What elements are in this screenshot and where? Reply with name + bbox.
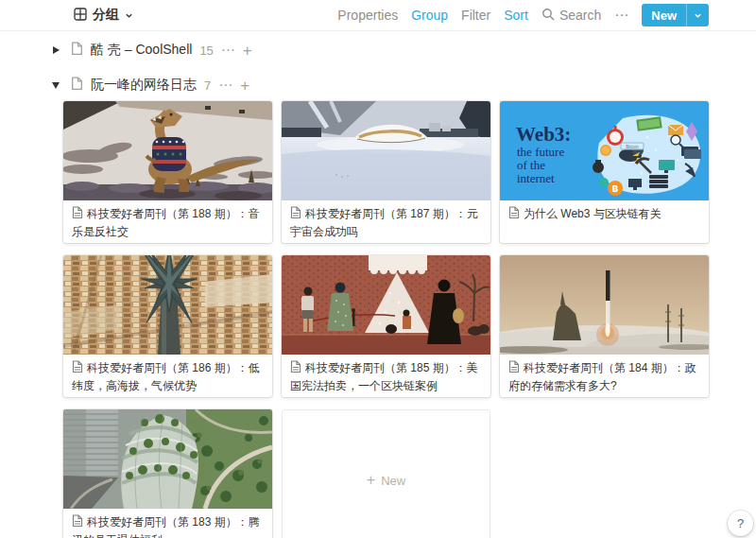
group-more-button[interactable]: ⋯: [218, 77, 232, 94]
gallery-card[interactable]: 科技爱好者周刊（第 188 期）：音乐是反社交: [63, 101, 272, 243]
new-button-chevron-icon[interactable]: [687, 4, 709, 26]
new-button-label[interactable]: New: [642, 4, 686, 26]
group-count: 15: [199, 43, 213, 58]
new-card-label: New: [381, 474, 405, 488]
page-text-icon: [72, 206, 83, 224]
card-title-text: 为什么 Web3 与区块链有关: [524, 207, 662, 220]
gallery-card[interactable]: 科技爱好者周刊（第 183 期）：腾讯的员工退休福利: [63, 409, 272, 538]
green-spiral-building-aerial-cover-image: [63, 409, 272, 509]
trex-in-sweater-museum-cover-image: [63, 101, 272, 200]
gallery-card[interactable]: 科技爱好者周刊（第 187 期）：元宇宙会成功吗: [282, 101, 490, 243]
view-switcher[interactable]: 分组: [74, 7, 133, 24]
page-text-icon: [290, 206, 301, 224]
group-more-button[interactable]: ⋯: [221, 42, 235, 59]
page-text-icon: [72, 360, 83, 378]
gallery-view-icon: [74, 8, 87, 24]
search-label: Search: [559, 8, 601, 23]
group-row-coolshell: 酷 壳 – CoolShell 15 ⋯ +: [48, 36, 756, 64]
web3-subline: internet: [517, 171, 555, 185]
card-title: 科技爱好者周刊（第 183 期）：腾讯的员工退休福利: [63, 509, 272, 538]
group-row-ruanyifeng: 阮一峰的网络日志 7 ⋯ +: [48, 71, 756, 99]
card-title: 科技爱好者周刊（第 187 期）：元宇宙会成功吗: [282, 200, 490, 241]
svg-text:B: B: [612, 184, 619, 194]
card-title-text: 科技爱好者周刊（第 186 期）：低纬度，高海拔，气候优势: [72, 361, 260, 392]
page-text-icon: [508, 360, 520, 378]
group-count: 7: [204, 78, 211, 93]
rocket-launch-in-fog-cover-image: [500, 255, 709, 355]
web3-heading: Web3:: [516, 123, 571, 146]
card-title: 科技爱好者周刊（第 184 期）：政府的存储需求有多大?: [500, 355, 709, 395]
svg-text:Bitcoin: Bitcoin: [626, 145, 639, 149]
view-title: 分组: [93, 7, 119, 24]
card-title: 科技爱好者周刊（第 188 期）：音乐是反社交: [63, 200, 272, 241]
search-icon: [541, 8, 555, 24]
web3-subline: the future: [517, 145, 564, 159]
card-title: 科技爱好者周刊（第 185 期）：美国宪法拍卖，一个区块链案例: [282, 355, 490, 395]
plus-icon: +: [367, 473, 375, 488]
web3-subline: of the: [517, 158, 545, 172]
card-title: 科技爱好者周刊（第 186 期）：低纬度，高海拔，气候优势: [63, 355, 272, 395]
group-add-button[interactable]: +: [240, 78, 249, 94]
gallery-card[interactable]: 科技爱好者周刊（第 186 期）：低纬度，高海拔，气候优势: [63, 255, 272, 397]
page-text-icon: [72, 514, 83, 532]
card-title-text: 科技爱好者周刊（第 187 期）：元宇宙会成功吗: [290, 207, 478, 238]
card-title-text: 科技爱好者周刊（第 188 期）：音乐是反社交: [72, 207, 260, 238]
page-text-icon: [508, 206, 520, 224]
sort-button[interactable]: Sort: [504, 8, 528, 23]
card-title: 为什么 Web3 与区块链有关: [500, 200, 709, 224]
expand-triangle-icon[interactable]: [48, 43, 63, 58]
gallery-card[interactable]: B Bitcoin Web3: the future of the intern…: [500, 101, 709, 243]
toolbar-actions: Properties Group Filter Sort Search ⋯ Ne…: [337, 4, 709, 26]
gallery-grid: 科技爱好者周刊（第 188 期）：音乐是反社交: [63, 101, 756, 538]
group-button[interactable]: Group: [411, 8, 448, 23]
more-options-button[interactable]: ⋯: [614, 7, 628, 24]
collapse-triangle-icon[interactable]: [48, 78, 63, 93]
chevron-down-icon: [125, 8, 133, 23]
search-button[interactable]: Search: [541, 8, 601, 24]
group-name[interactable]: 阮一峰的网络日志: [91, 77, 197, 94]
page-text-icon: [290, 360, 301, 378]
toolbar: 分组 Properties Group Filter Sort Search ⋯…: [0, 0, 756, 31]
white-tent-crowd-brick-wall-cover-image: [282, 255, 490, 355]
properties-button[interactable]: Properties: [337, 8, 398, 23]
group-name[interactable]: 酷 壳 – CoolShell: [91, 42, 192, 59]
card-title-text: 科技爱好者周刊（第 184 期）：政府的存储需求有多大?: [508, 361, 696, 392]
filter-button[interactable]: Filter: [461, 8, 490, 23]
card-title-text: 科技爱好者周刊（第 185 期）：美国宪法拍卖，一个区块链案例: [290, 361, 478, 392]
gallery-card[interactable]: 科技爱好者周刊（第 185 期）：美国宪法拍卖，一个区块链案例: [282, 255, 490, 397]
web3-blue-illustration-cover-image: B Bitcoin Web3: the future of the intern…: [500, 101, 709, 200]
snow-field-curved-building-cover-image: [282, 101, 490, 200]
gallery-card[interactable]: 科技爱好者周刊（第 184 期）：政府的存储需求有多大?: [500, 255, 709, 397]
page-icon: [71, 77, 83, 94]
help-button[interactable]: ?: [728, 511, 753, 536]
page-icon: [71, 42, 83, 59]
help-question-mark: ?: [737, 516, 744, 530]
card-title-text: 科技爱好者周刊（第 183 期）：腾讯的员工退休福利: [72, 515, 260, 538]
new-card-button[interactable]: + New: [282, 409, 490, 538]
group-add-button[interactable]: +: [243, 43, 252, 59]
new-button[interactable]: New: [642, 4, 709, 26]
glass-star-city-aerial-cover-image: [63, 255, 272, 355]
